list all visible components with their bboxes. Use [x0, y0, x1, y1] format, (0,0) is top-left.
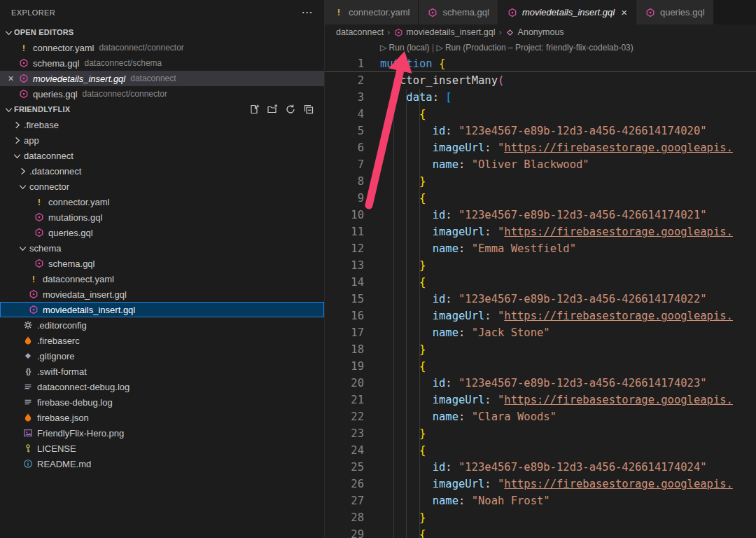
open-editor-queries-gql[interactable]: queries.gqldataconnect/connector: [0, 86, 324, 102]
code-line-8[interactable]: 8 }: [325, 173, 756, 190]
tree-item-connector-yaml[interactable]: !connector.yaml: [0, 194, 324, 209]
new-folder-icon[interactable]: [266, 104, 278, 116]
code-line-25[interactable]: 25 id: "123e4567-e89b-12d3-a456-42661417…: [325, 459, 756, 476]
tree-item-dataconnect[interactable]: .dataconnect: [0, 163, 324, 179]
line-number: 14: [325, 274, 364, 291]
close-icon[interactable]: ×: [6, 73, 16, 84]
tree-item-dataconnect-yaml[interactable]: !dataconnect.yaml: [0, 271, 324, 287]
code-line-7[interactable]: 7 name: "Oliver Blackwood": [325, 156, 756, 173]
tree-item-license[interactable]: LICENSE: [0, 441, 324, 456]
tree-item-swift-format[interactable]: {}.swift-format: [0, 364, 324, 379]
run-local-link[interactable]: ▷ Run (local): [380, 43, 430, 53]
tab-moviedetails-insert-gql[interactable]: moviedetails_insert.gql×: [498, 0, 636, 25]
code-line-content: {: [380, 274, 426, 291]
open-editors-header[interactable]: OPEN EDITORS: [0, 25, 324, 40]
tab-queries-gql[interactable]: queries.gql: [636, 0, 714, 25]
code-line-14[interactable]: 14 {: [325, 274, 756, 291]
graphql-icon: [507, 7, 518, 18]
image-icon: [22, 427, 34, 439]
code-line-13[interactable]: 13 }: [325, 257, 756, 274]
tree-item-dataconnect[interactable]: dataconnect: [0, 148, 324, 163]
chevron-down-icon: [17, 181, 28, 192]
code-line-16[interactable]: 16 imageUrl: "https://firebasestorage.go…: [325, 308, 756, 324]
tree-item-firebase-debug-log[interactable]: firebase-debug.log: [0, 394, 324, 410]
line-number: 2: [325, 72, 364, 89]
code-line-6[interactable]: 6 imageUrl: "https://firebasestorage.goo…: [325, 139, 756, 156]
code-line-content: id: "123e4567-e89b-12d3-a456-42661417402…: [380, 291, 707, 308]
explorer-header: EXPLORER ⋯: [0, 0, 324, 25]
tree-item-firebase[interactable]: .firebase: [0, 117, 324, 132]
tree-item-readme-md[interactable]: README.md: [0, 456, 324, 471]
open-editor-path: dataconnect/connector: [83, 89, 167, 99]
code-line-27[interactable]: 27 name: "Noah Frost": [325, 492, 756, 509]
code-lines: 1mutation {2 actor_insertMany(3 data: [4…: [325, 55, 756, 538]
code-line-23[interactable]: 23 }: [325, 425, 756, 442]
code-line-4[interactable]: 4 {: [325, 106, 756, 123]
open-editor-connector-yaml[interactable]: !connector.yamldataconnect/connector: [0, 40, 324, 55]
tree-item-schema[interactable]: schema: [0, 240, 324, 256]
collapse-all-icon[interactable]: [302, 104, 314, 116]
code-line-22[interactable]: 22 name: "Clara Woods": [325, 408, 756, 425]
tree-item-firebase-json[interactable]: firebase.json: [0, 410, 324, 425]
breadcrumb-label: dataconnect: [336, 27, 384, 37]
tree-item-label: README.md: [37, 459, 91, 469]
breadcrumb[interactable]: dataconnect›moviedetails_insert.gql›Anon…: [325, 25, 756, 40]
graphql-icon: [18, 73, 29, 84]
open-editor-schema-gql[interactable]: schema.gqldataconnect/schema: [0, 55, 324, 71]
tree-item-app[interactable]: app: [0, 132, 324, 148]
tree-item-label: queries.gql: [48, 228, 93, 238]
tree-item-moviedata-insert-gql[interactable]: moviedata_insert.gql: [0, 287, 324, 302]
line-number: 6: [325, 139, 364, 156]
code-line-12[interactable]: 12 name: "Emma Westfield": [325, 240, 756, 257]
tree-item-editorconfig[interactable]: .editorconfig: [0, 317, 324, 333]
new-file-icon[interactable]: [248, 104, 260, 116]
code-line-17[interactable]: 17 name: "Jack Stone": [325, 324, 756, 341]
code-line-21[interactable]: 21 imageUrl: "https://firebasestorage.go…: [325, 392, 756, 408]
code-line-3[interactable]: 3 data: [: [325, 89, 756, 106]
code-line-content: }: [380, 509, 426, 526]
close-icon[interactable]: ×: [621, 6, 627, 18]
tree-item-connector[interactable]: connector: [0, 179, 324, 194]
warning-icon: !: [333, 7, 344, 18]
tree-item-label: schema.gql: [48, 258, 94, 269]
diamond-icon: [22, 350, 34, 361]
code-line-5[interactable]: 5 id: "123e4567-e89b-12d3-a456-426614174…: [325, 123, 756, 139]
breadcrumb-item-moviedetails-insert-gql[interactable]: moviedetails_insert.gql: [393, 27, 495, 37]
line-number: 12: [325, 240, 364, 257]
code-line-15[interactable]: 15 id: "123e4567-e89b-12d3-a456-42661417…: [325, 291, 756, 308]
code-line-2[interactable]: 2 actor_insertMany(: [325, 72, 756, 89]
tree-item-schema-gql[interactable]: schema.gql: [0, 256, 324, 271]
tree-item-dataconnect-debug-log[interactable]: dataconnect-debug.log: [0, 379, 324, 394]
open-editor-moviedetails-insert-gql[interactable]: ×moviedetails_insert.gqldataconnect: [0, 71, 324, 86]
symbol-icon: [505, 27, 515, 37]
code-line-20[interactable]: 20 id: "123e4567-e89b-12d3-a456-42661417…: [325, 375, 756, 392]
breadcrumb-item-anonymous[interactable]: Anonymous: [505, 27, 564, 37]
workspace-header[interactable]: FRIENDLYFLIX: [0, 102, 324, 117]
tree-item-friendlyflix-hero-png[interactable]: FriendlyFlix-Hero.png: [0, 425, 324, 441]
code-line-18[interactable]: 18 }: [325, 341, 756, 358]
tab-connector-yaml[interactable]: !connector.yaml: [325, 0, 419, 25]
code-line-11[interactable]: 11 imageUrl: "https://firebasestorage.go…: [325, 223, 756, 240]
tree-item-moviedetails-insert-gql[interactable]: moviedetails_insert.gql: [0, 302, 324, 317]
run-production-link[interactable]: ▷ Run (Production – Project: friendly-fl…: [436, 43, 633, 53]
code-editor[interactable]: 1mutation {2 actor_insertMany(3 data: [4…: [325, 55, 756, 538]
code-line-9[interactable]: 9 {: [325, 190, 756, 207]
code-line-10[interactable]: 10 id: "123e4567-e89b-12d3-a456-42661417…: [325, 207, 756, 223]
line-number: 26: [325, 476, 364, 492]
breadcrumb-item-dataconnect[interactable]: dataconnect: [336, 27, 384, 37]
code-line-26[interactable]: 26 imageUrl: "https://firebasestorage.go…: [325, 476, 756, 492]
code-line-1[interactable]: 1mutation {: [325, 55, 756, 72]
code-line-19[interactable]: 19 {: [325, 358, 756, 375]
more-actions-icon[interactable]: ⋯: [302, 6, 313, 19]
tree-item-gitignore[interactable]: .gitignore: [0, 348, 324, 364]
code-line-24[interactable]: 24 {: [325, 442, 756, 459]
code-line-28[interactable]: 28 }: [325, 509, 756, 526]
code-line-29[interactable]: 29 {: [325, 526, 756, 538]
line-number: 15: [325, 291, 364, 308]
tree-item-queries-gql[interactable]: queries.gql: [0, 225, 324, 240]
tab-schema-gql[interactable]: schema.gql: [419, 0, 498, 25]
tree-item-mutations-gql[interactable]: mutations.gql: [0, 209, 324, 225]
refresh-icon[interactable]: [284, 104, 296, 116]
codelens: ▷ Run (local) | ▷ Run (Production – Proj…: [325, 40, 756, 55]
tree-item-firebaserc[interactable]: .firebaserc: [0, 333, 324, 348]
